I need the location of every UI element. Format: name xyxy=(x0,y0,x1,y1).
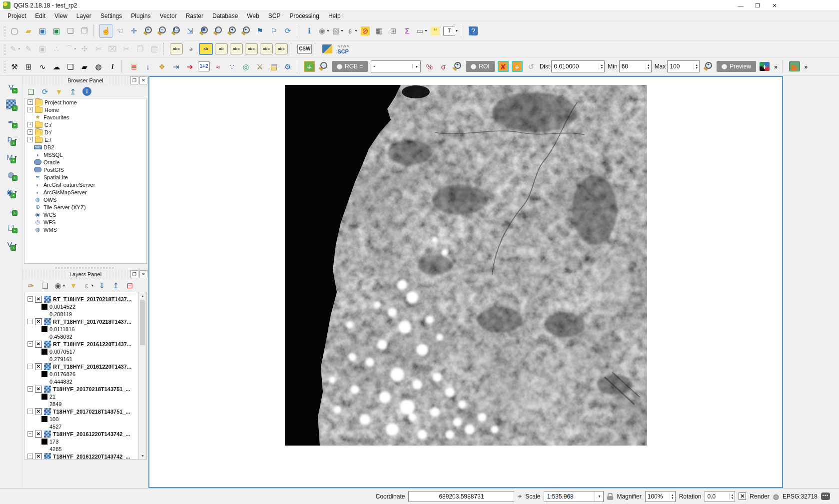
browser-panel-close-button[interactable]: ✕ xyxy=(139,76,147,84)
toolbar-grip[interactable] xyxy=(3,60,6,72)
scp-user-manual[interactable]: ▤ xyxy=(267,59,280,73)
collapse-icon[interactable]: − xyxy=(27,431,33,437)
layers-panel-float-button[interactable]: ❐ xyxy=(130,270,138,278)
layer-checkbox[interactable]: ✕ xyxy=(35,386,42,393)
roi-pointer[interactable]: + xyxy=(511,59,524,73)
folder-tool[interactable]: ▰ xyxy=(78,59,91,73)
measure-line-dropdown[interactable]: ▾ xyxy=(425,28,427,33)
scp-show-preview[interactable] xyxy=(317,59,330,73)
current-edits-dropdown[interactable]: ▾ xyxy=(18,46,20,51)
menu-vector[interactable]: Vector xyxy=(155,11,181,20)
add-delimited-text-layer[interactable]: , xyxy=(4,202,17,216)
menu-plugins[interactable]: Plugins xyxy=(126,11,155,20)
scp-postprocessing[interactable]: ➔ xyxy=(183,59,196,73)
preview-zoom[interactable]: + xyxy=(702,59,715,73)
roi-label[interactable]: ROI xyxy=(466,61,494,72)
new-layer-menu[interactable]: V▾ xyxy=(4,237,17,251)
layers-panel-close-button[interactable]: ✕ xyxy=(139,270,147,278)
browser-item-c[interactable]: +C:/ xyxy=(24,121,146,128)
scale-combo[interactable]: 1:535,968 xyxy=(544,491,595,502)
scp-spectral-plot[interactable]: ≈ xyxy=(211,59,224,73)
scp-image-overview[interactable]: + xyxy=(303,59,316,73)
browser-item-favourites[interactable]: ★Favourites xyxy=(24,113,146,121)
move-feature[interactable]: ✣ xyxy=(78,42,91,56)
expand-icon[interactable]: + xyxy=(27,122,33,127)
browser-panel-float-button[interactable]: ❐ xyxy=(130,76,138,84)
refresh-map[interactable]: ⟳ xyxy=(281,24,294,38)
properties-widget[interactable]: i xyxy=(81,85,93,97)
menu-processing[interactable]: Processing xyxy=(285,11,324,20)
rgb-combo[interactable]: -▾ xyxy=(371,60,421,72)
scp-preprocessing[interactable]: ⇥ xyxy=(169,59,182,73)
add-group[interactable]: ❏ xyxy=(39,279,51,291)
crs-status-icon[interactable]: ◍ xyxy=(773,493,779,501)
menu-edit[interactable]: Edit xyxy=(30,11,50,20)
toolbar-expand-1[interactable]: » xyxy=(774,63,778,70)
zoom-out[interactable]: − xyxy=(155,24,168,38)
layer-diagram-options[interactable]: ◕ xyxy=(184,42,197,56)
scp-band-calc[interactable]: 1+2 xyxy=(197,59,210,73)
preview-grid[interactable]: + xyxy=(758,59,771,73)
minimize-button[interactable]: — xyxy=(732,0,749,11)
scroll-thumb[interactable] xyxy=(140,300,145,345)
zoom-native[interactable]: 1:1 xyxy=(169,24,182,38)
browser-item-arcgismapserver[interactable]: ◐ArcGisMapServer xyxy=(24,188,146,196)
filter-by-expression[interactable]: ε▾ xyxy=(81,279,94,291)
layer-row[interactable]: −✕RT_T18HYF_20161220T1437... xyxy=(24,340,146,348)
layer-checkbox[interactable]: ✕ xyxy=(35,296,42,303)
layer-row[interactable]: −✕T18HYF_20170218T143751_... xyxy=(24,408,146,415)
select-features-dropdown[interactable]: ▾ xyxy=(341,28,343,33)
zoom-to-selection[interactable]: ▣ xyxy=(197,24,210,38)
dist-field[interactable]: Dist0.010000▲▼ xyxy=(540,60,605,72)
map-canvas[interactable] xyxy=(148,76,783,488)
filter-browser[interactable]: ▼ xyxy=(53,85,65,97)
scp-basic-tools[interactable]: ❖ xyxy=(155,59,168,73)
new-shapefile-layer[interactable]: ▢ xyxy=(4,220,17,234)
browser-item-home[interactable]: +Home xyxy=(24,106,146,113)
collapse-icon[interactable]: − xyxy=(27,341,33,347)
collapse-icon[interactable]: − xyxy=(27,296,33,302)
browser-item-tile-server-xyz[interactable]: ⊕Tile Server (XYZ) xyxy=(24,203,146,211)
browser-panel-header[interactable]: Browser Panel ❐ ✕ xyxy=(22,76,148,85)
menu-help[interactable]: Help xyxy=(324,11,345,20)
scp-docs[interactable]: ◎ xyxy=(239,59,252,73)
layer-checkbox[interactable]: ✕ xyxy=(35,318,42,325)
paste-features[interactable]: ▤ xyxy=(148,42,161,56)
browser-item-oracle[interactable]: Oracle xyxy=(24,158,146,166)
statistical-summary[interactable]: Σ xyxy=(401,24,414,38)
remove-layer[interactable]: ⊟ xyxy=(124,279,136,291)
scp-tools-settings[interactable]: ⚔ xyxy=(253,59,266,73)
roi-label-radio[interactable] xyxy=(471,64,476,69)
menu-web[interactable]: Web xyxy=(242,11,263,20)
panel-splitter[interactable] xyxy=(22,266,148,270)
show-hide-labels[interactable]: abc xyxy=(229,42,243,56)
layer-row[interactable]: −✕T18HYF_20161220T143742_... xyxy=(24,453,146,460)
menu-scp[interactable]: SCP xyxy=(264,11,285,20)
collapse-all-layers[interactable]: ↥ xyxy=(110,279,122,291)
scroll-up-button[interactable]: ▲ xyxy=(139,292,146,299)
toolbar-grip[interactable] xyxy=(3,25,6,37)
scp-scatter-plot[interactable]: ∵ xyxy=(225,59,238,73)
layer-row[interactable]: −✕RT_T18HYF_20170218T1437... xyxy=(24,295,146,303)
menu-project[interactable]: Project xyxy=(3,11,30,20)
zoom-next[interactable]: ▸ xyxy=(239,24,252,38)
select-features[interactable]: ▧▾ xyxy=(331,24,344,38)
text-annotation[interactable]: T▾ xyxy=(443,24,458,38)
layer-checkbox[interactable]: ✕ xyxy=(35,453,42,460)
browser-item-postgis[interactable]: PostGIS xyxy=(24,166,146,173)
layer-checkbox[interactable]: ✕ xyxy=(35,431,42,438)
add-vector-layer[interactable]: V xyxy=(4,80,17,94)
layer-labeling-options[interactable]: abc xyxy=(169,42,183,56)
scale-lock-icon[interactable] xyxy=(607,496,613,500)
scroll-down-button[interactable]: ▼ xyxy=(139,452,146,459)
render-checkbox[interactable]: ✕ xyxy=(739,493,746,500)
touch-zoom-pan[interactable]: ☝ xyxy=(99,24,112,38)
refresh-browser[interactable]: ⟳ xyxy=(39,85,51,97)
pan-map[interactable]: ☜ xyxy=(113,24,126,38)
open-attribute-table[interactable]: ▦ xyxy=(373,24,386,38)
browser-item-wfs[interactable]: ◎WFS xyxy=(24,218,146,226)
zoom-to-layer[interactable]: □ xyxy=(211,24,224,38)
node-tool-menu[interactable]: ⌒▾ xyxy=(64,42,77,56)
manage-visibility-dropdown[interactable]: ▾ xyxy=(63,283,65,288)
filter-by-expression-dropdown[interactable]: ▾ xyxy=(91,283,93,288)
